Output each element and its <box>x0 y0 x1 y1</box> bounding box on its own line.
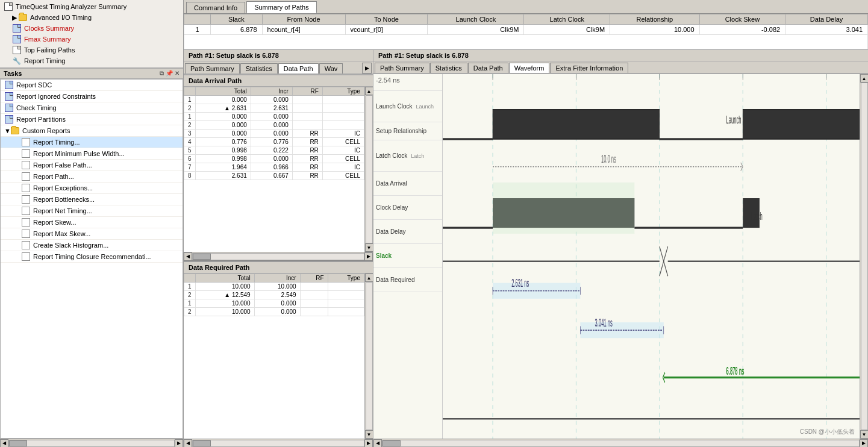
task-report-path[interactable]: Report Path... <box>1 171 183 183</box>
cell-type <box>322 96 364 104</box>
task-report-partitions[interactable]: Report Partitions <box>1 114 183 125</box>
col-rf: RF <box>292 87 322 96</box>
task-custom-reports[interactable]: ▼ Custom Reports <box>1 125 183 137</box>
scroll-right-btn[interactable]: ▶ <box>175 439 183 448</box>
doc-blue-icon <box>12 24 22 33</box>
wf-tab-extra-fitter[interactable]: Extra Fitter Information <box>550 63 628 73</box>
col-num <box>184 14 211 25</box>
path-tab-statistics[interactable]: Statistics <box>240 63 278 73</box>
table-row: 1 10.000 10.000 <box>184 283 364 291</box>
tab-command-info[interactable]: Command Info <box>186 2 245 13</box>
task-report-ignored[interactable]: Report Ignored Constraints <box>1 91 183 102</box>
task-report-exceptions[interactable]: Report Exceptions... <box>1 183 183 194</box>
task-report-min-pulse[interactable]: Report Minimum Pulse Width... <box>1 148 183 160</box>
path-tab-wav[interactable]: Wav <box>319 63 343 73</box>
cell-incr: 0.000 <box>254 299 300 308</box>
cell-incr: 0.000 <box>251 96 292 104</box>
scroll-down-btn[interactable]: ▼ <box>365 243 373 252</box>
arrival-v-scrollbar[interactable]: ▲ ▼ <box>364 87 373 252</box>
waveform-area: -2.54 ns Launch Clock Launch Setup Relat… <box>373 74 868 439</box>
waveform-v-scrollbar[interactable]: ▲ ▼ <box>860 74 868 439</box>
task-report-timing-closure[interactable]: Report Timing Closure Recommendati... <box>1 251 183 263</box>
cell-incr: 0.222 <box>251 146 292 155</box>
required-title: Data Required Path <box>184 261 373 274</box>
cell-type <box>328 291 364 299</box>
task-report-skew[interactable]: Report Skew... <box>1 217 183 228</box>
cell-rel: 10.000 <box>610 25 699 35</box>
signal-latch-clock: Latch Clock Latch <box>373 140 442 172</box>
required-table-container[interactable]: Total Incr RF Type 1 10.000 10.000 <box>184 274 364 439</box>
path-tab-nav-right[interactable]: ▶ <box>362 63 372 73</box>
scroll-track[interactable] <box>8 440 175 447</box>
cell-incr: 0.000 <box>251 130 292 138</box>
task-label: Report Max Skew... <box>33 230 90 237</box>
cell-incr: 2.631 <box>251 104 292 113</box>
col-latch: Latch Clock <box>524 14 610 25</box>
task-report-sdc[interactable]: Report SDC <box>1 80 183 91</box>
tasks-header: Tasks ⧉ 📌 ✕ <box>0 68 183 79</box>
arrival-title: Data Arrival Path <box>184 75 373 87</box>
required-panel: Data Required Path Total Incr <box>184 261 373 447</box>
nav-advanced-io[interactable]: ▶ Advanced I/O Timing <box>0 12 183 23</box>
task-label: Custom Reports <box>22 127 70 134</box>
cell-num: 6 <box>184 155 196 163</box>
cell-num: 1 <box>184 299 196 308</box>
task-report-bottlenecks[interactable]: Report Bottlenecks... <box>1 194 183 205</box>
wf-tab-waveform[interactable]: Waveform <box>509 63 550 73</box>
task-report-max-skew[interactable]: Report Max Skew... <box>1 228 183 240</box>
nav-timequest-summary[interactable]: TimeQuest Timing Analyzer Summary <box>0 1 183 12</box>
task-label: Report Minimum Pulse Width... <box>33 150 125 157</box>
scroll-up-btn[interactable]: ▲ <box>365 87 373 95</box>
cell-total: 2.631 <box>195 172 251 180</box>
cell-total: 10.000 <box>195 283 254 291</box>
required-v-scrollbar[interactable]: ▲ ▼ <box>364 274 373 439</box>
nav-label: TimeQuest Timing Analyzer Summary <box>16 3 126 10</box>
cell-rf <box>300 291 328 299</box>
arrival-h-scrollbar[interactable]: ◀ ▶ <box>184 252 373 260</box>
cell-num: 1 <box>184 283 196 291</box>
task-check-timing[interactable]: Check Timing <box>1 102 183 114</box>
cell-num: 2 <box>184 308 196 316</box>
cell-type <box>328 283 364 291</box>
nav-clocks-summary[interactable]: Clocks Summary <box>0 23 183 34</box>
task-label: Report Path... <box>33 173 74 180</box>
task-label: Create Slack Histogram... <box>33 242 108 249</box>
wf-tab-statistics[interactable]: Statistics <box>430 63 467 73</box>
arrival-table-container[interactable]: Total Incr RF Type 1 0.000 0.000 <box>184 87 364 252</box>
nav-top-failing[interactable]: Top Failing Paths <box>0 45 183 55</box>
table-row: 1 0.000 0.000 <box>184 113 364 121</box>
task-create-slack-histogram[interactable]: Create Slack Histogram... <box>1 240 183 251</box>
col-slack: Slack <box>211 14 262 25</box>
cell-total: ▲ 12.549 <box>195 291 254 299</box>
table-row: 3 0.000 0.000 RR IC <box>184 130 364 138</box>
close-icon[interactable]: ✕ <box>175 70 180 77</box>
path-tab-datapath[interactable]: Data Path <box>278 63 319 73</box>
path-tab-summary[interactable]: Path Summary <box>185 63 240 73</box>
scroll-left-btn[interactable]: ◀ <box>0 439 8 448</box>
scroll-track[interactable] <box>366 95 373 243</box>
cell-type <box>322 104 364 113</box>
new-window-icon[interactable]: ⧉ <box>160 70 164 77</box>
cell-num: 2 <box>184 291 196 299</box>
col-delay: Data Delay <box>785 14 868 25</box>
task-report-false-path[interactable]: Report False Path... <box>1 160 183 171</box>
required-h-scrollbar[interactable]: ◀ ▶ <box>184 439 373 447</box>
cell-rf <box>292 96 322 104</box>
cell-num: 1 <box>184 113 196 121</box>
cell-total: 0.000 <box>195 113 251 121</box>
wf-tab-summary[interactable]: Path Summary <box>375 63 429 73</box>
task-report-timing[interactable]: Report Timing... <box>1 137 183 148</box>
tasks-scrollbar[interactable]: ◀ ▶ <box>0 439 183 447</box>
wf-tab-datapath[interactable]: Data Path <box>468 63 508 73</box>
waveform-h-scrollbar[interactable]: ◀ ▶ <box>373 439 868 447</box>
left-path-tabs: Path Summary Statistics Data Path Wav ▶ <box>184 61 373 74</box>
cell-incr: 0.000 <box>251 113 292 121</box>
task-report-net-timing[interactable]: Report Net Timing... <box>1 205 183 217</box>
scroll-thumb[interactable] <box>9 440 27 446</box>
nav-fmax-summary[interactable]: Fmax Summary <box>0 34 183 45</box>
nav-report-timing[interactable]: 🔧 Report Timing <box>0 55 183 66</box>
signal-data-delay: Data Delay <box>373 220 442 244</box>
table-row: 2 10.000 0.000 <box>184 308 364 316</box>
pin-icon[interactable]: 📌 <box>166 70 173 77</box>
tab-summary-of-paths[interactable]: Summary of Paths <box>246 1 316 13</box>
